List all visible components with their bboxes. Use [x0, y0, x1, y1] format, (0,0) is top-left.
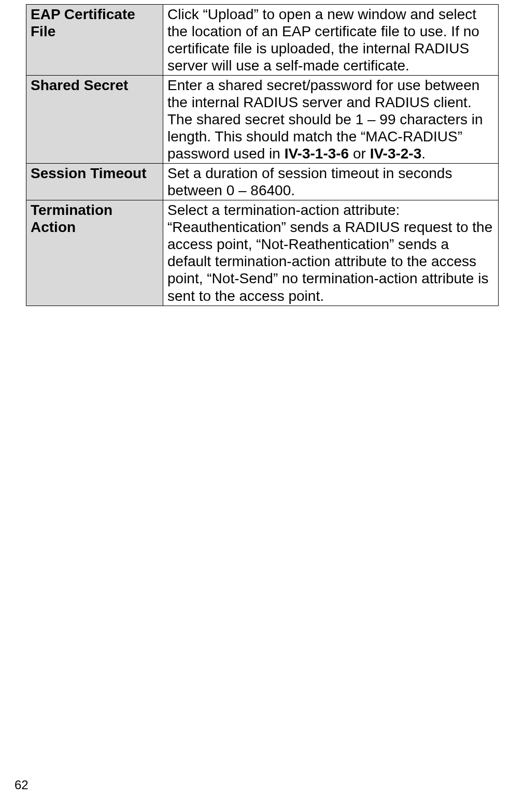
- desc-text: .: [421, 146, 426, 162]
- table-row: Shared Secret Enter a shared secret/pass…: [26, 76, 499, 164]
- page-number: 62: [15, 778, 29, 792]
- table-row: Termination Action Select a termination-…: [26, 200, 499, 306]
- desc-bold-ref-1: IV-3-1-3-6: [285, 146, 349, 162]
- row-desc-termination-action: Select a termination-action attribute: “…: [163, 200, 499, 306]
- row-desc-session-timeout: Set a duration of session timeout in sec…: [163, 164, 499, 200]
- row-desc-eap-certificate: Click “Upload” to open a new window and …: [163, 5, 499, 76]
- row-label-shared-secret: Shared Secret: [26, 76, 163, 164]
- row-label-eap-certificate: EAP Certificate File: [26, 5, 163, 76]
- desc-bold-ref-2: IV-3-2-3: [370, 146, 422, 162]
- table-row: EAP Certificate File Click “Upload” to o…: [26, 5, 499, 76]
- row-desc-shared-secret: Enter a shared secret/password for use b…: [163, 76, 499, 164]
- row-label-session-timeout: Session Timeout: [26, 164, 163, 200]
- desc-text: or: [349, 146, 370, 162]
- row-label-termination-action: Termination Action: [26, 200, 163, 306]
- table-row: Session Timeout Set a duration of sessio…: [26, 164, 499, 200]
- settings-table: EAP Certificate File Click “Upload” to o…: [26, 4, 499, 306]
